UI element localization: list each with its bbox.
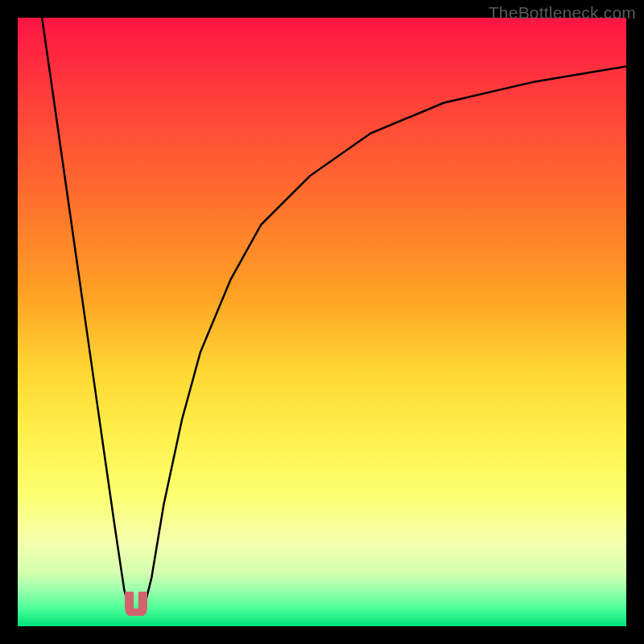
watermark-text: TheBottleneck.com (489, 3, 636, 23)
u-marker (125, 592, 147, 616)
chart-frame: TheBottleneck.com (0, 0, 644, 644)
plot-area (18, 18, 626, 626)
curve-left-branch (42, 18, 130, 614)
curve-layer (18, 18, 626, 626)
curve-right-branch (142, 67, 626, 614)
